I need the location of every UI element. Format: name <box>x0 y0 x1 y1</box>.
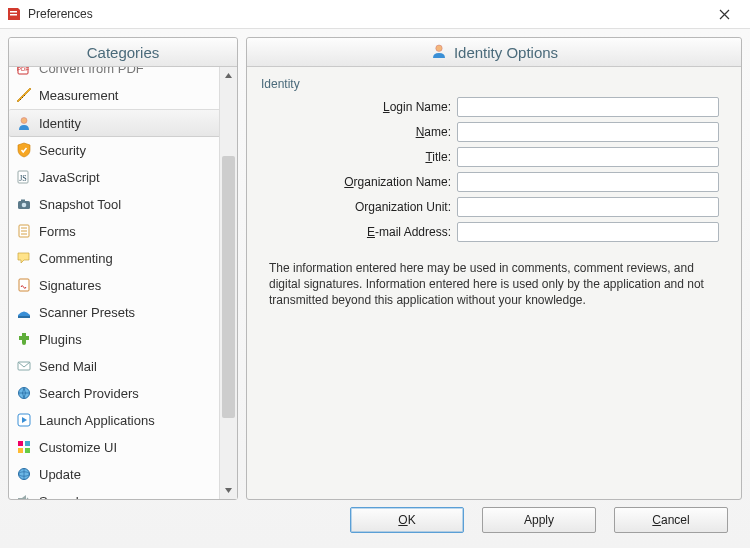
options-panel: Identity Options Identity Login Name:Nam… <box>246 37 742 500</box>
category-item-label: Commenting <box>39 251 113 266</box>
identity-icon <box>15 114 33 132</box>
options-header-label: Identity Options <box>454 44 558 61</box>
category-item-label: JavaScript <box>39 170 100 185</box>
svg-rect-28 <box>25 448 30 453</box>
svg-rect-25 <box>18 441 23 446</box>
plugins-icon <box>15 330 33 348</box>
category-item-label: Customize UI <box>39 440 117 455</box>
svg-marker-33 <box>22 495 26 499</box>
svg-rect-26 <box>25 441 30 446</box>
svg-marker-35 <box>225 488 232 493</box>
svg-rect-27 <box>18 448 23 453</box>
category-item-commenting[interactable]: Commenting <box>9 245 237 272</box>
category-item-javascript[interactable]: JSJavaScript <box>9 164 237 191</box>
identity-info-text: The information entered here may be used… <box>269 260 719 309</box>
svg-line-8 <box>24 95 25 96</box>
dialog-body: Categories PDFConvert from PDFMeasuremen… <box>0 29 750 548</box>
category-item-send-mail[interactable]: Send Mail <box>9 353 237 380</box>
identity-header-icon <box>430 42 448 63</box>
ok-button-label: OK <box>398 513 415 527</box>
svg-point-36 <box>436 45 442 51</box>
scroll-track[interactable] <box>220 84 237 482</box>
field-input-email[interactable] <box>457 222 719 242</box>
dialog-footer: OK Apply Cancel <box>8 500 742 540</box>
scanner-icon <box>15 303 33 321</box>
scroll-up-button[interactable] <box>220 67 237 84</box>
identity-form: Login Name:Name:Title:Organization Name:… <box>257 97 731 242</box>
field-input-org_unit[interactable] <box>457 197 719 217</box>
category-item-label: Search Providers <box>39 386 139 401</box>
category-item-security[interactable]: Security <box>9 137 237 164</box>
category-item-label: Identity <box>39 116 81 131</box>
field-input-login_name[interactable] <box>457 97 719 117</box>
security-icon <box>15 141 33 159</box>
category-item-snapshot-tool[interactable]: Snapshot Tool <box>9 191 237 218</box>
category-item-update[interactable]: Update <box>9 461 237 488</box>
field-label-name: Name: <box>257 125 457 139</box>
cancel-button-label: Cancel <box>652 513 689 527</box>
category-item-signatures[interactable]: Signatures <box>9 272 237 299</box>
scroll-thumb[interactable] <box>222 156 235 419</box>
commenting-icon <box>15 249 33 267</box>
category-item-launch-applications[interactable]: Launch Applications <box>9 407 237 434</box>
category-item-label: Security <box>39 143 86 158</box>
category-item-customize-ui[interactable]: Customize UI <box>9 434 237 461</box>
snapshot-icon <box>15 195 33 213</box>
svg-marker-34 <box>225 73 232 78</box>
category-item-identity[interactable]: Identity <box>9 109 237 137</box>
category-item-speech[interactable]: Speech <box>9 488 237 499</box>
window-close-button[interactable] <box>702 0 746 28</box>
category-item-measurement[interactable]: Measurement <box>9 82 237 109</box>
search-providers-icon <box>15 384 33 402</box>
category-item-label: Convert from PDF <box>39 67 144 76</box>
svg-point-9 <box>21 118 27 124</box>
category-item-label: Send Mail <box>39 359 97 374</box>
field-input-org_name[interactable] <box>457 172 719 192</box>
cancel-button[interactable]: Cancel <box>614 507 728 533</box>
signatures-icon <box>15 276 33 294</box>
svg-rect-32 <box>18 498 22 499</box>
category-item-search-providers[interactable]: Search Providers <box>9 380 237 407</box>
svg-rect-20 <box>18 316 30 318</box>
field-input-title[interactable] <box>457 147 719 167</box>
field-label-title: Title: <box>257 150 457 164</box>
field-input-name[interactable] <box>457 122 719 142</box>
javascript-icon: JS <box>15 168 33 186</box>
category-item-label: Forms <box>39 224 76 239</box>
sendmail-icon <box>15 357 33 375</box>
forms-icon <box>15 222 33 240</box>
field-label-email: E-mail Address: <box>257 225 457 239</box>
svg-text:PDF: PDF <box>17 67 29 72</box>
category-item-convert-from-pdf[interactable]: PDFConvert from PDF <box>9 67 237 82</box>
window-title: Preferences <box>28 7 93 21</box>
category-item-label: Scanner Presets <box>39 305 135 320</box>
field-label-org_name: Organization Name: <box>257 175 457 189</box>
scroll-down-button[interactable] <box>220 482 237 499</box>
category-item-scanner-presets[interactable]: Scanner Presets <box>9 299 237 326</box>
category-item-label: Update <box>39 467 81 482</box>
app-icon <box>6 6 22 22</box>
identity-group-title: Identity <box>257 75 731 97</box>
titlebar: Preferences <box>0 0 750 29</box>
convert-pdf-icon: PDF <box>15 67 33 77</box>
svg-rect-2 <box>10 14 17 16</box>
category-item-label: Signatures <box>39 278 101 293</box>
measurement-icon <box>15 86 33 104</box>
options-header: Identity Options <box>247 38 741 67</box>
svg-text:JS: JS <box>19 174 27 183</box>
category-item-label: Plugins <box>39 332 82 347</box>
category-item-plugins[interactable]: Plugins <box>9 326 237 353</box>
category-item-forms[interactable]: Forms <box>9 218 237 245</box>
customize-ui-icon <box>15 438 33 456</box>
categories-scrollbar[interactable] <box>219 67 237 499</box>
ok-button[interactable]: OK <box>350 507 464 533</box>
apply-button[interactable]: Apply <box>482 507 596 533</box>
svg-rect-19 <box>19 279 29 291</box>
category-item-label: Snapshot Tool <box>39 197 121 212</box>
field-label-org_unit: Organization Unit: <box>257 200 457 214</box>
categories-list-wrap: PDFConvert from PDFMeasurementIdentitySe… <box>9 67 237 499</box>
categories-header-label: Categories <box>87 44 160 61</box>
category-item-label: Measurement <box>39 88 118 103</box>
speech-icon <box>15 492 33 499</box>
categories-list: PDFConvert from PDFMeasurementIdentitySe… <box>9 67 237 499</box>
